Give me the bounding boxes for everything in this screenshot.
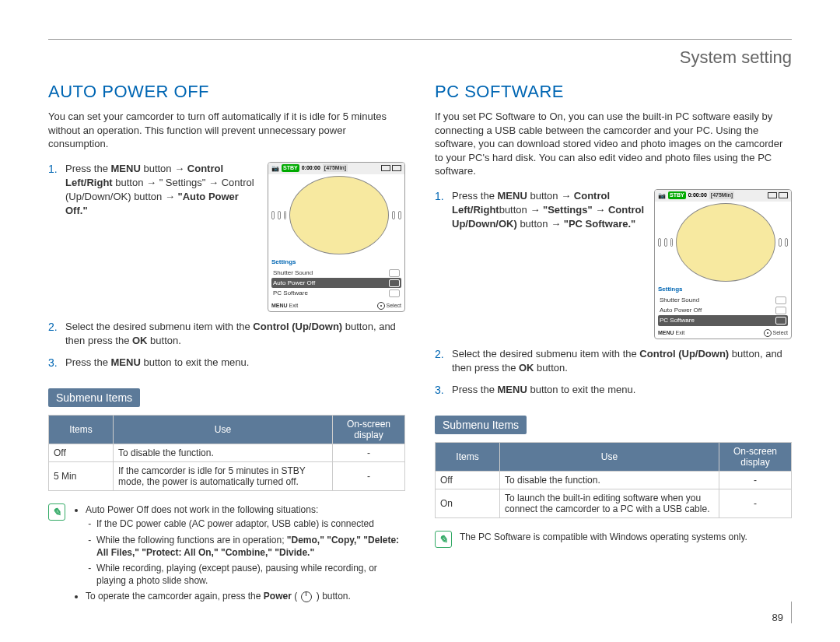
step-2: Select the desired submenu item with the…: [48, 320, 405, 348]
submenu-table-pcs: Items Use On-screen display Off To disab…: [435, 442, 792, 518]
menu-item: Auto Power Off: [658, 305, 788, 315]
grid-icon: [658, 238, 661, 247]
menu-item: PC Software: [271, 288, 401, 298]
grid-icon: [392, 211, 395, 219]
auto-power-off-section: AUTO POWER OFF You can set your camcorde…: [48, 82, 405, 606]
note-icon: ✎: [435, 531, 452, 548]
grid-icon: [779, 238, 782, 247]
grid-icon: [664, 238, 667, 247]
intro-text: If you set PC Software to On, you can us…: [435, 110, 792, 178]
table-row: Off To disable the function. -: [49, 444, 405, 462]
section-title: AUTO POWER OFF: [48, 82, 405, 102]
menu-item: Shutter Sound: [271, 268, 401, 278]
grid-icon: [398, 211, 401, 219]
grid-icon: [271, 211, 275, 219]
intro-text: You can set your camcorder to turn off a…: [48, 110, 405, 151]
submenu-items-tag: Submenu Items: [435, 416, 527, 434]
grid-icon: [670, 238, 674, 247]
table-row: 5 Min If the camcorder is idle for 5 min…: [49, 462, 405, 491]
power-icon: [301, 591, 312, 602]
step-1: Press the MENU button → Control Left/Rig…: [65, 162, 258, 219]
submenu-table-apo: Items Use On-screen display Off To disab…: [48, 415, 405, 491]
section-title: PC SOFTWARE: [435, 82, 792, 102]
note-apo: ✎ Auto Power Off does not work in the fo…: [48, 503, 405, 605]
ok-icon: [764, 329, 772, 337]
pc-software-section: PC SOFTWARE If you set PC Software to On…: [435, 82, 792, 606]
table-row: Off To disable the function. -: [436, 472, 792, 489]
grid-icon: [284, 211, 287, 219]
menu-item-selected: Auto Power Off: [271, 278, 401, 288]
page-icon: [289, 176, 389, 254]
submenu-items-tag: Submenu Items: [48, 388, 140, 407]
step-2: Select the desired submenu item with the…: [435, 347, 792, 375]
ok-icon: [377, 302, 385, 310]
page-number: 89: [772, 602, 792, 623]
step-3: Press the MENU button to exit the menu.: [48, 356, 405, 370]
camcorder-screen-apo: 📷 STBY 0:00:00 [475Min]: [268, 162, 405, 312]
note-icon: ✎: [48, 503, 65, 521]
breadcrumb: System setting: [48, 39, 792, 68]
camcorder-screen-pcs: 📷 STBY 0:00:00 [475Min]: [654, 189, 792, 339]
grid-icon: [785, 238, 788, 247]
grid-icon: [278, 211, 281, 219]
step-3: Press the MENU button to exit the menu.: [435, 383, 792, 397]
menu-item: Shutter Sound: [658, 295, 788, 305]
page-icon: [676, 203, 775, 282]
menu-item-selected: PC Software: [658, 315, 788, 325]
step-1: Press the MENU button → Control Left/Rig…: [452, 189, 645, 232]
note-pcs: ✎ The PC Software is compatible with Win…: [435, 531, 792, 548]
table-row: On To launch the built-in editing softwa…: [436, 489, 792, 518]
